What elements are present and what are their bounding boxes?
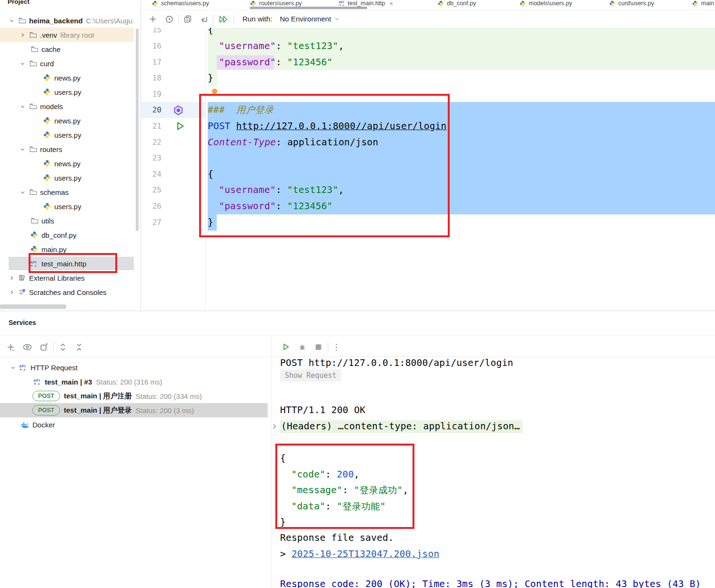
ai-assistant-icon[interactable] [172,104,184,116]
chevron-right-icon[interactable] [8,274,15,282]
project-row-venv[interactable]: .venv library root [0,28,141,42]
services-row-login-request-selected[interactable]: POST test_main | 用户登录 Status: 200 (3 ms) [0,403,304,417]
response-file-link[interactable]: 2025-10-25T132047.200.json [292,548,439,559]
project-row-test-main-http[interactable]: API test_main.http [0,256,141,271]
project-row-routers-news[interactable]: news.py [0,156,141,171]
project-row-root[interactable]: heima_backend C:\Users\Augu [0,13,141,28]
project-row-utils[interactable]: utils [0,213,141,228]
python-file-icon [43,88,51,96]
python-file-icon [152,0,159,7]
services-row-register-request[interactable]: POST test_main | 用户注册 Status: 200 (334 m… [0,389,304,403]
run-all-requests-button[interactable] [217,13,230,25]
code-line-21-request: POST http://127.0.0.1:8000//api/user/log… [208,118,446,134]
project-row-external-libraries[interactable]: External Libraries [0,271,141,285]
chevron-right-icon[interactable] [8,288,15,296]
scratches-icon [18,288,26,296]
file-line-prefix: > [280,548,286,559]
project-row-routers[interactable]: routers [0,142,141,156]
project-horizontal-scrollbar[interactable] [0,304,66,309]
stop-button[interactable] [312,341,324,353]
history-icon[interactable] [164,13,174,25]
code-line-22-header: Content-Type: application/json [208,134,378,151]
open-in-new-tab-icon[interactable] [38,341,50,353]
fold-chevron-icon[interactable] [272,418,279,435]
panel-divider [0,335,715,336]
view-options-icon[interactable] [21,341,33,353]
tab-label: models\users.py [529,0,572,7]
chevron-down-icon [334,16,340,21]
chevron-down-icon[interactable] [19,60,26,67]
tab-label: schemas\users.py [161,0,209,7]
run-request-gutter-icon[interactable] [174,120,186,132]
add-request-button[interactable] [148,13,158,25]
project-row-models[interactable]: models [0,99,141,113]
services-row-docker[interactable]: Docker [0,417,292,432]
more-options-kebab-icon[interactable]: ⋮ [332,341,341,353]
response-file-line: > 2025-10-25T132047.200.json [280,546,439,562]
project-row-db-conf[interactable]: db_conf.py [0,228,141,242]
python-file-icon [30,231,38,239]
tab-db-conf[interactable]: db_conf.py [438,0,476,9]
project-row-schemas-users[interactable]: users.py [0,199,141,213]
add-service-button[interactable] [5,341,16,353]
tab-curd-users[interactable]: curd\users.py [609,0,654,9]
response-status-line: HTTP/1.1 200 OK [280,402,365,418]
tab-label: curd\users.py [618,0,654,7]
chevron-down-icon[interactable] [8,17,15,24]
chevron-down-icon[interactable] [19,102,26,110]
expand-all-icon[interactable] [58,341,68,353]
code-line-25: "username": "test123", [208,182,344,198]
ide-window: Project heima_backend C:\Users\Augu .ven… [0,0,715,588]
editor-tab-bar: schemas\users.py routers\users.py API te… [141,0,715,10]
project-row-schemas[interactable]: schemas [0,185,141,199]
run-status: Status: 200 (316 ms) [96,378,162,386]
services-panel: Services API HTTP Request API test_main … [0,311,715,588]
line-number: 18 [141,70,161,86]
services-row-http-request[interactable]: API HTTP Request [0,360,281,375]
editor-area: 15 16 17 18 19 20 21 22 23 24 25 26 27 {… [141,0,715,311]
services-row-run-3[interactable]: API test_main | #3 Status: 200 (316 ms) [0,375,305,389]
project-row-scratches[interactable]: Scratches and Consoles [0,285,141,299]
project-row-models-users[interactable]: users.py [0,128,141,142]
file-label: db_conf.py [41,231,76,239]
chevron-down-icon[interactable] [19,145,26,153]
svg-text:API: API [339,0,344,4]
tab-main[interactable]: main [692,0,714,9]
line-number: 23 [141,150,161,166]
toolbar-divider [53,342,54,352]
project-row-curd-users[interactable]: users.py [0,85,141,99]
code-area[interactable]: 15 16 17 18 19 20 21 22 23 24 25 26 27 {… [141,0,715,311]
chevron-down-icon[interactable] [19,188,26,196]
tab-models-users[interactable]: models\users.py [520,0,572,9]
project-row-main[interactable]: main.py [0,242,141,256]
examples-icon[interactable] [182,13,193,25]
tab-schemas-users[interactable]: schemas\users.py [152,0,209,9]
project-row-curd-news[interactable]: news.py [0,71,141,85]
routers-label: routers [40,145,62,153]
response-headers-line[interactable]: (Headers) …content-type: application/jso… [280,418,523,435]
environment-selector[interactable]: No Environment [280,15,340,23]
project-row-cache[interactable]: cache [0,42,141,56]
file-label: users.py [54,88,81,96]
file-label: test_main.http [41,260,86,268]
collapse-all-icon[interactable] [74,341,84,353]
code-line-17: "password": "123456" [208,54,332,71]
tab-close-icon[interactable]: × [390,0,393,7]
line-number: 16 [141,38,161,54]
line-number: 21 [141,118,161,134]
venv-label: .venv [40,31,57,39]
rerun-request-button[interactable] [280,341,292,353]
project-row-models-news[interactable]: news.py [0,113,141,128]
project-row-curd[interactable]: curd [0,56,141,71]
response-request-line: POST http://127.0.0.1:8000/api/user/logi… [280,355,514,371]
project-vertical-scrollbar[interactable] [136,29,139,231]
response-toolbar: ⋮ [280,338,341,355]
convert-curl-icon[interactable] [199,13,209,25]
tab-bar-scrollbar[interactable] [250,7,367,9]
chevron-down-icon[interactable] [9,364,17,371]
debug-icon [296,341,308,353]
show-request-button[interactable]: Show Request [280,369,341,382]
http-client-toolbar: Run with: No Environment [141,10,715,28]
project-row-routers-users[interactable]: users.py [0,171,141,185]
chevron-right-icon[interactable] [19,31,26,39]
